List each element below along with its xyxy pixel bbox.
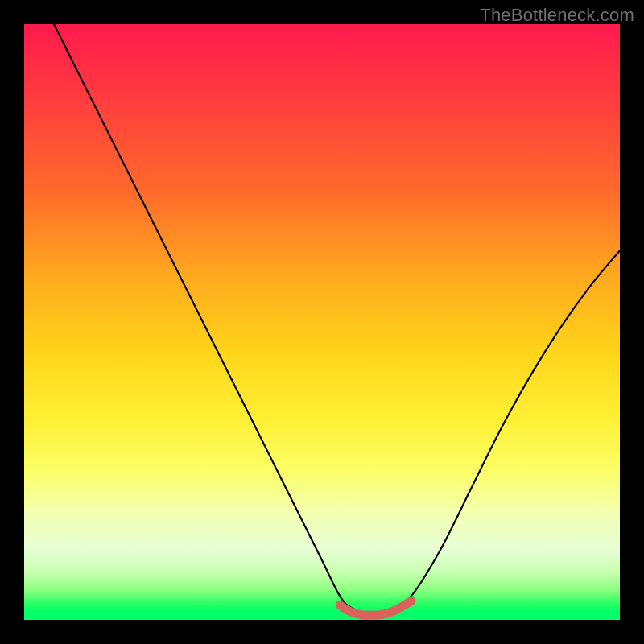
watermark-text: TheBottleneck.com: [480, 5, 634, 26]
chart-svg: [24, 24, 620, 620]
plot-area: [24, 24, 620, 620]
bottleneck-curve-path: [54, 24, 620, 615]
chart-container: TheBottleneck.com: [0, 0, 644, 644]
sweet-spot-band-path: [340, 601, 411, 615]
